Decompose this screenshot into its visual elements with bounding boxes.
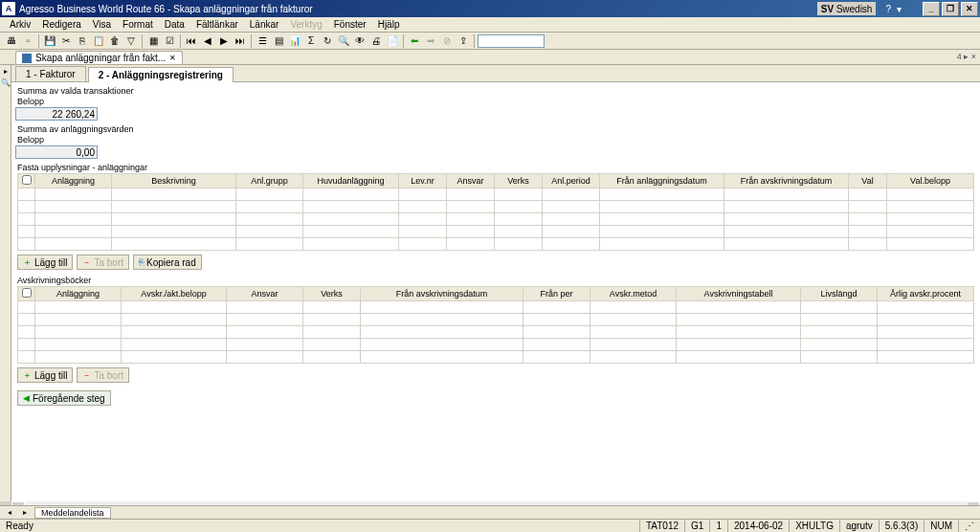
table-fasta-upplysningar[interactable]: Anläggning Beskrivning Anl.grupp Huvudan… [17, 173, 974, 251]
nav-back-icon[interactable]: ⬅ [407, 33, 422, 49]
tab-meddelandelista[interactable]: Meddelandelista [34, 507, 111, 519]
cut-icon[interactable]: ✂ [58, 33, 74, 49]
table-row[interactable] [18, 301, 974, 314]
print2-icon[interactable]: 🖨 [368, 33, 384, 49]
tab-anlaggningsregistrering[interactable]: 2 - Anläggningsregistrering [88, 67, 234, 82]
th-verks[interactable]: Verks [495, 174, 543, 188]
grid-icon[interactable]: ▤ [271, 33, 286, 49]
table-row[interactable] [18, 351, 974, 364]
close-button[interactable]: ✕ [961, 2, 978, 16]
th2-verks[interactable]: Verks [303, 287, 361, 301]
paste-icon[interactable]: 📋 [91, 33, 106, 49]
table-row[interactable] [18, 238, 974, 251]
table-avskrivningsbocker[interactable]: Anläggning Avskr./akt.belopp Ansvar Verk… [17, 286, 974, 364]
menu-data[interactable]: Data [159, 19, 190, 30]
menu-faltlankar[interactable]: Fältlänkar [190, 19, 244, 30]
side-rail: ▸ 🔍 [0, 65, 11, 501]
status-resize-grip[interactable]: ⋰ [958, 520, 980, 532]
add-button-1[interactable]: ＋Lägg till [17, 255, 73, 270]
th2-anlaggning[interactable]: Anläggning [35, 287, 122, 301]
document-tabs: Skapa anläggningar från fakt... ✕ 4 ▸ × [0, 50, 980, 65]
doc-icon[interactable]: 📄 [385, 33, 400, 49]
rail-pin-icon[interactable]: ▸ [0, 65, 11, 77]
preview-icon[interactable]: 👁 [352, 33, 368, 49]
copy-row-button[interactable]: ⎘Kopiera rad [133, 255, 202, 270]
print-icon[interactable]: 🖶 [4, 33, 19, 49]
stop-icon[interactable]: ⊘ [439, 33, 455, 49]
sum-trans-label: Summa av valda transaktioner [17, 86, 976, 96]
menu-fonster[interactable]: Fönster [328, 19, 372, 30]
th-beskrivning[interactable]: Beskrivning [112, 174, 236, 188]
list-icon[interactable]: ☰ [255, 33, 270, 49]
rail-search-icon[interactable]: 🔍 [0, 77, 11, 88]
table-row[interactable] [18, 213, 974, 226]
table-icon[interactable]: ▦ [145, 33, 161, 49]
th-valbelopp[interactable]: Val.belopp [887, 174, 974, 188]
previous-step-button[interactable]: ◀Föregående steg [17, 390, 111, 406]
table-row[interactable] [18, 188, 974, 201]
bottom-nav-left-icon[interactable]: ◂ [4, 507, 15, 519]
table1-title: Fasta upplysningar - anläggningar [17, 163, 976, 172]
th2-avskrmetod[interactable]: Avskr.metod [590, 287, 677, 301]
menu-redigera[interactable]: Redigera [36, 19, 87, 30]
table-row[interactable] [18, 314, 974, 326]
prev-icon[interactable]: ◀ [200, 33, 215, 49]
table-row[interactable] [18, 326, 974, 339]
th2-arligavskr[interactable]: Årlig avskr.procent [878, 287, 974, 301]
th-anlaggning[interactable]: Anläggning [35, 174, 112, 188]
new-icon[interactable]: ▫ [20, 33, 35, 49]
tab-strip-controls[interactable]: 4 ▸ × [957, 52, 976, 61]
first-icon[interactable]: ⏮ [184, 33, 199, 49]
th-val[interactable]: Val [849, 174, 887, 188]
delete-icon[interactable]: 🗑 [107, 33, 122, 49]
table1-select-all[interactable] [22, 175, 32, 185]
filter-icon[interactable]: ▽ [123, 33, 139, 49]
th-anlperiod[interactable]: Anl.period [543, 174, 600, 188]
menu-hjalp[interactable]: Hjälp [372, 19, 406, 30]
status-date: 2014-06-02 [727, 520, 789, 532]
th-fran-avskr[interactable]: Från avskrivningsdatum [724, 174, 849, 188]
export-icon[interactable]: ⇪ [456, 33, 471, 49]
th2-fran-per[interactable]: Från per [523, 287, 590, 301]
nav-fwd-icon[interactable]: ➡ [423, 33, 438, 49]
table-row[interactable] [18, 226, 974, 238]
bottom-nav-right-icon[interactable]: ▸ [19, 507, 31, 519]
th-levnr[interactable]: Lev.nr [399, 174, 447, 188]
menu-format[interactable]: Format [117, 19, 159, 30]
th-fran-anl[interactable]: Från anläggningsdatum [600, 174, 724, 188]
table-row[interactable] [18, 201, 974, 213]
refresh-icon[interactable]: ↻ [320, 33, 335, 49]
menu-lankar[interactable]: Länkar [244, 19, 285, 30]
add-button-2[interactable]: ＋Lägg till [17, 367, 73, 383]
document-tab-active[interactable]: Skapa anläggningar från fakt... ✕ [15, 51, 183, 64]
th2-livslangd[interactable]: Livslängd [801, 287, 878, 301]
th-ansvar[interactable]: Ansvar [447, 174, 495, 188]
th-anlgrupp[interactable]: Anl.grupp [236, 174, 303, 188]
close-tab-icon[interactable]: ✕ [169, 54, 176, 62]
th-huvudanl[interactable]: Huvudanläggning [303, 174, 399, 188]
save-icon[interactable]: 💾 [42, 33, 57, 49]
search-icon[interactable]: 🔍 [336, 33, 351, 49]
next-icon[interactable]: ▶ [216, 33, 232, 49]
menu-arkiv[interactable]: Arkiv [4, 19, 36, 30]
chart-icon[interactable]: 📊 [287, 33, 302, 49]
last-icon[interactable]: ⏭ [233, 33, 248, 49]
th2-ansvar[interactable]: Ansvar [227, 287, 303, 301]
tab-fakturor[interactable]: 1 - Fakturor [15, 66, 86, 81]
language-selector[interactable]: SV Swedish [817, 2, 877, 15]
table-row[interactable] [18, 339, 974, 351]
minimize-button[interactable]: _ [923, 2, 940, 16]
checkbox-icon[interactable]: ☑ [162, 33, 177, 49]
toolbar-combo[interactable] [478, 34, 545, 48]
menu-visa[interactable]: Visa [87, 19, 117, 30]
maximize-button[interactable]: ❐ [942, 2, 959, 16]
dropdown-icon[interactable]: ▾ [897, 4, 902, 14]
copy-icon[interactable]: ⎘ [75, 33, 90, 49]
th2-avskrakt[interactable]: Avskr./akt.belopp [122, 287, 227, 301]
table2-select-all[interactable] [22, 288, 32, 298]
doc-tab-label: Skapa anläggningar från fakt... [35, 53, 166, 63]
help-icon[interactable]: ? [885, 4, 891, 14]
th2-avskrtab[interactable]: Avskrivningstabell [677, 287, 801, 301]
th2-fran-avskr[interactable]: Från avskrivningsdatum [361, 287, 523, 301]
sum-icon[interactable]: Σ [303, 33, 319, 49]
